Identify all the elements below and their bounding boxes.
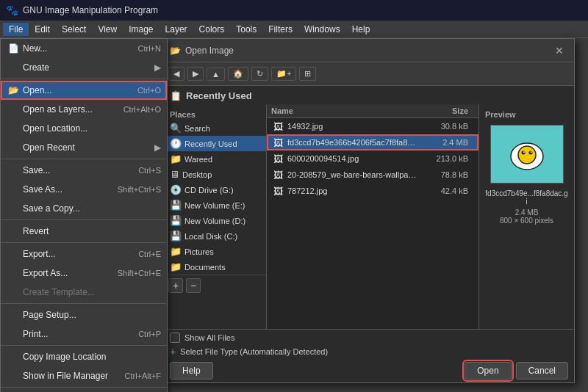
menu-export[interactable]: Export... Ctrl+E — [1, 244, 167, 264]
toolbar-up-button[interactable]: ▲ — [207, 68, 225, 81]
file-size-3: 213.0 kB — [423, 154, 474, 163]
file-icon-5: 🖼 — [271, 186, 284, 197]
page-setup-icon — [7, 308, 20, 322]
separator-4 — [1, 242, 167, 243]
places-item-recent[interactable]: 🕐 Recently Used — [164, 136, 266, 151]
dialog-close-button[interactable]: ✕ — [551, 43, 568, 58]
file-item-4[interactable]: 🖼 20-208579_we-bare-bears-wallpaper-fre.… — [267, 167, 478, 183]
places-item-volume-e[interactable]: 💾 New Volume (E:) — [164, 197, 266, 213]
copy-location-icon — [7, 350, 20, 363]
separator-1 — [1, 79, 167, 79]
menu-view[interactable]: View — [92, 23, 123, 36]
action-buttons: Open Cancel — [465, 362, 568, 380]
files-panel: Name Size 🖼 14932.jpg 30.8 kB 🖼 fd3ccd7b… — [267, 104, 478, 329]
preview-filename: fd3ccd7b49e...f8fa8dac.gi — [485, 189, 568, 206]
toolbar-refresh-button[interactable]: ↻ — [251, 67, 268, 81]
print-icon — [7, 327, 20, 341]
save-icon — [7, 164, 20, 177]
toolbar-new-folder-button[interactable]: 📁+ — [271, 67, 296, 81]
places-item-pictures[interactable]: 📁 Pictures — [164, 244, 266, 259]
dialog-titlebar: 📂 Open Image ✕ — [164, 39, 574, 62]
help-button[interactable]: Help — [170, 362, 213, 380]
menu-open-recent[interactable]: Open Recent ▶ — [1, 138, 167, 157]
menu-open-location[interactable]: Open Location... — [1, 119, 167, 138]
menu-bar: File Edit Select View Image Layer Colors… — [0, 21, 588, 38]
separator-7 — [1, 387, 167, 388]
separator-5 — [1, 303, 167, 304]
open-button[interactable]: Open — [465, 362, 511, 380]
menu-save[interactable]: Save... Ctrl+S — [1, 161, 167, 180]
menu-layer[interactable]: Layer — [159, 23, 193, 36]
menu-image[interactable]: Image — [123, 23, 159, 36]
menu-close-view[interactable]: Close View Ctrl+W — [1, 389, 167, 392]
places-item-volume-d[interactable]: 💾 New Volume (D:) — [164, 213, 266, 228]
menu-file[interactable]: File — [3, 23, 29, 36]
menu-print[interactable]: Print... Ctrl+P — [1, 324, 167, 344]
file-size-1: 30.8 kB — [423, 122, 474, 131]
file-item-1[interactable]: 🖼 14932.jpg 30.8 kB — [267, 118, 478, 134]
file-type-label: Select File Type (Automatically Detected… — [180, 347, 328, 356]
file-icon-3: 🖼 — [271, 153, 284, 164]
dialog-title: Open Image — [185, 46, 234, 56]
menu-save-as[interactable]: Save As... Shift+Ctrl+S — [1, 180, 167, 199]
menu-filters[interactable]: Filters — [262, 23, 298, 36]
places-item-search[interactable]: 🔍 Search — [164, 120, 266, 136]
menu-edit[interactable]: Edit — [29, 23, 56, 36]
file-name-2: fd3ccd7b49e366b4206f5ac7f8fa8dac.gif — [287, 138, 420, 147]
submenu-arrow: ▶ — [154, 62, 161, 73]
open-recent-icon — [7, 141, 20, 154]
file-name-3: 6000200094514.jpg — [287, 154, 420, 163]
file-type-option[interactable]: + Select File Type (Automatically Detect… — [170, 346, 568, 357]
file-size-5: 42.4 kB — [423, 186, 474, 195]
places-item-local-c[interactable]: 💾 Local Disk (C:) — [164, 228, 266, 244]
toolbar-view-toggle-button[interactable]: ⊞ — [299, 67, 316, 81]
menu-revert[interactable]: Revert — [1, 222, 167, 241]
menu-help[interactable]: Help — [346, 23, 376, 36]
dialog-section-header: 📋 Recently Used — [164, 86, 574, 104]
file-icon-2: 🖼 — [271, 137, 284, 148]
file-item-2[interactable]: 🖼 fd3ccd7b49e366b4206f5ac7f8fa8dac.gif 2… — [267, 134, 478, 150]
toolbar-back-button[interactable]: ◀ — [168, 67, 184, 81]
pictures-icon: 📁 — [170, 246, 182, 257]
add-place-button[interactable]: + — [168, 278, 183, 293]
show-all-files-checkbox[interactable] — [170, 333, 180, 343]
menu-export-as[interactable]: Export As... Shift+Ctrl+E — [1, 264, 167, 283]
menu-tools[interactable]: Tools — [230, 23, 262, 36]
file-dropdown-menu: 📄 New... Ctrl+N Create ▶ 📂 Open... Ctrl+… — [0, 38, 168, 392]
places-item-cdrive[interactable]: 💿 CD Drive (G:) — [164, 182, 266, 197]
cancel-button[interactable]: Cancel — [516, 362, 568, 380]
menu-open-layers[interactable]: Open as Layers... Ctrl+Alt+O — [1, 100, 167, 119]
menu-select[interactable]: Select — [56, 23, 92, 36]
places-item-documents[interactable]: 📁 Documents — [164, 259, 266, 275]
menu-windows[interactable]: Windows — [298, 23, 346, 36]
file-item-3[interactable]: 🖼 6000200094514.jpg 213.0 kB — [267, 150, 478, 167]
file-item-5[interactable]: 🖼 787212.jpg 42.4 kB — [267, 183, 478, 199]
file-type-plus-icon[interactable]: + — [170, 346, 176, 357]
places-controls: + − — [164, 275, 266, 296]
preview-image — [490, 125, 564, 184]
desktop-icon: 🖥 — [170, 169, 179, 180]
menu-save-copy[interactable]: Save a Copy... — [1, 199, 167, 218]
menu-show-file-manager[interactable]: Show in File Manager Ctrl+Alt+F — [1, 366, 167, 385]
places-item-desktop[interactable]: 🖥 Desktop — [164, 167, 266, 182]
search-icon: 🔍 — [170, 123, 182, 134]
menu-page-setup[interactable]: Page Setup... — [1, 305, 167, 324]
file-icon-1: 🖼 — [271, 121, 284, 132]
menu-open[interactable]: 📂 Open... Ctrl+O — [1, 81, 167, 100]
export-icon — [7, 247, 20, 261]
menu-create-template: Create Template... — [1, 283, 167, 302]
open-layers-icon — [7, 103, 20, 116]
show-all-files-option[interactable]: Show All Files — [170, 333, 568, 343]
menu-new[interactable]: 📄 New... Ctrl+N — [1, 39, 167, 58]
files-header: Name Size — [267, 104, 478, 118]
remove-place-button[interactable]: − — [186, 278, 201, 293]
menu-colors[interactable]: Colors — [193, 23, 231, 36]
toolbar-forward-button[interactable]: ▶ — [187, 67, 204, 81]
menu-copy-location[interactable]: Copy Image Location — [1, 347, 167, 366]
toolbar-home-button[interactable]: 🏠 — [228, 67, 248, 81]
open-image-dialog: 📂 Open Image ✕ ◀ ▶ ▲ 🏠 ↻ 📁+ ⊞ 📋 Recently… — [163, 38, 575, 383]
file-icon-4: 🖼 — [271, 170, 284, 181]
menu-create[interactable]: Create ▶ — [1, 58, 167, 77]
places-item-wareed[interactable]: 📁 Wareed — [164, 151, 266, 167]
create-icon — [7, 61, 20, 74]
